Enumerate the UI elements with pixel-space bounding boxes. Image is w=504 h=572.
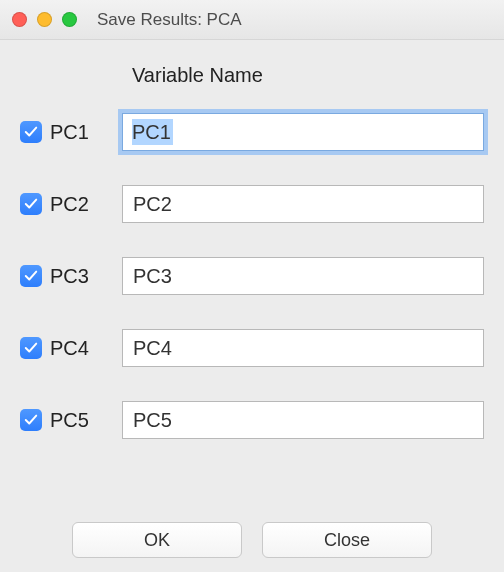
check-icon (24, 269, 38, 283)
row-label-pc3: PC3 (50, 265, 122, 288)
checkbox-pc4[interactable] (20, 337, 42, 359)
variable-row-pc4: PC4 (20, 327, 484, 369)
check-icon (24, 341, 38, 355)
check-icon (24, 413, 38, 427)
window-controls (12, 12, 77, 27)
row-label-pc1: PC1 (50, 121, 122, 144)
variable-row-pc3: PC3 (20, 255, 484, 297)
dialog-content: Variable Name PC1 PC1 PC2 PC3 PC4 (0, 40, 504, 441)
close-icon[interactable] (12, 12, 27, 27)
row-label-pc4: PC4 (50, 337, 122, 360)
checkbox-pc3[interactable] (20, 265, 42, 287)
variable-input-wrapper-pc1: PC1 (122, 113, 484, 151)
variable-input-pc4[interactable] (122, 329, 484, 367)
variable-row-pc1: PC1 PC1 (20, 111, 484, 153)
variable-input-pc1[interactable] (122, 113, 484, 151)
ok-button[interactable]: OK (72, 522, 242, 558)
minimize-icon[interactable] (37, 12, 52, 27)
row-label-pc2: PC2 (50, 193, 122, 216)
maximize-icon[interactable] (62, 12, 77, 27)
variable-input-pc2[interactable] (122, 185, 484, 223)
checkbox-pc5[interactable] (20, 409, 42, 431)
titlebar: Save Results: PCA (0, 0, 504, 40)
variable-row-pc2: PC2 (20, 183, 484, 225)
checkbox-pc2[interactable] (20, 193, 42, 215)
variable-input-pc5[interactable] (122, 401, 484, 439)
window-title: Save Results: PCA (97, 10, 242, 30)
check-icon (24, 197, 38, 211)
column-header-variable-name: Variable Name (132, 64, 484, 87)
close-button[interactable]: Close (262, 522, 432, 558)
dialog-footer: OK Close (0, 522, 504, 558)
variable-row-pc5: PC5 (20, 399, 484, 441)
check-icon (24, 125, 38, 139)
checkbox-pc1[interactable] (20, 121, 42, 143)
variable-input-pc3[interactable] (122, 257, 484, 295)
row-label-pc5: PC5 (50, 409, 122, 432)
